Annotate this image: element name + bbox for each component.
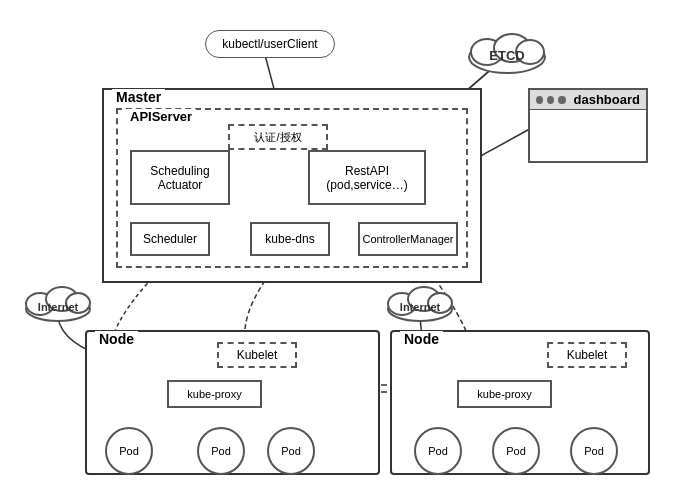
pod-right-3: Pod bbox=[570, 427, 618, 475]
controller-manager-box: ControllerManager bbox=[358, 222, 458, 256]
internet-right-cloud: Internet bbox=[380, 277, 460, 327]
pod-left-2: Pod bbox=[197, 427, 245, 475]
kube-proxy-left-box: kube-proxy bbox=[167, 380, 262, 408]
dot1 bbox=[536, 96, 543, 104]
kubelet-right-box: Kubelet bbox=[547, 342, 627, 368]
svg-text:Internet: Internet bbox=[38, 301, 79, 313]
scheduling-actuator-box: Scheduling Actuator bbox=[130, 150, 230, 205]
scheduler-box: Scheduler bbox=[130, 222, 210, 256]
dot2 bbox=[547, 96, 554, 104]
pod-left-1: Pod bbox=[105, 427, 153, 475]
auth-box: 认证/授权 bbox=[228, 124, 328, 150]
node-left-box: Node Kubelet kube-proxy Pod Pod Pod bbox=[85, 330, 380, 475]
kubectl-label: kubectl/userClient bbox=[205, 30, 335, 58]
kubelet-left-box: Kubelet bbox=[217, 342, 297, 368]
pod-right-1: Pod bbox=[414, 427, 462, 475]
node-left-label: Node bbox=[95, 331, 138, 347]
internet-left-cloud: Internet bbox=[18, 277, 98, 327]
svg-text:Internet: Internet bbox=[400, 301, 441, 313]
dashboard-title: dashboard bbox=[574, 92, 640, 107]
node-right-label: Node bbox=[400, 331, 443, 347]
master-box: Master APIServer 认证/授权 Scheduling Actuat… bbox=[102, 88, 482, 283]
dashboard-box: dashboard bbox=[528, 88, 648, 163]
dot3 bbox=[558, 96, 565, 104]
diagram-container: kubectl/userClient ETCD Master APIServer… bbox=[0, 0, 676, 500]
kube-dns-box: kube-dns bbox=[250, 222, 330, 256]
rest-api-box: RestAPI (pod,service…) bbox=[308, 150, 426, 205]
pod-right-2: Pod bbox=[492, 427, 540, 475]
svg-text:ETCD: ETCD bbox=[489, 48, 524, 63]
pod-left-3: Pod bbox=[267, 427, 315, 475]
kube-proxy-right-box: kube-proxy bbox=[457, 380, 552, 408]
apiserver-label: APIServer bbox=[126, 109, 196, 124]
master-label: Master bbox=[112, 89, 165, 105]
dashboard-titlebar: dashboard bbox=[530, 90, 646, 110]
apiserver-box: APIServer 认证/授权 Scheduling Actuator Rest… bbox=[116, 108, 468, 268]
node-right-box: Node Kubelet kube-proxy Pod Pod Pod bbox=[390, 330, 650, 475]
etcd-cloud: ETCD bbox=[462, 22, 552, 81]
